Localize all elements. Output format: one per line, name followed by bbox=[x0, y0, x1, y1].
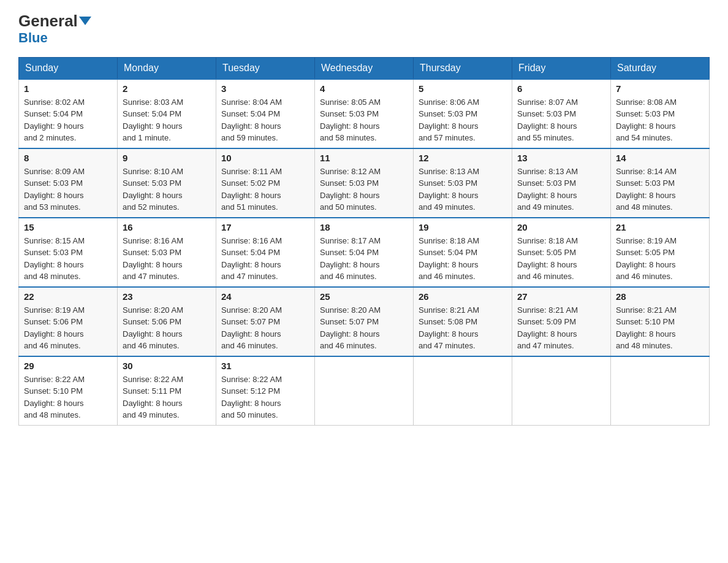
calendar-table: SundayMondayTuesdayWednesdayThursdayFrid… bbox=[18, 57, 710, 426]
day-number: 2 bbox=[123, 83, 211, 94]
day-info: Sunrise: 8:09 AMSunset: 5:03 PMDaylight:… bbox=[24, 167, 85, 212]
calendar-cell: 2 Sunrise: 8:03 AMSunset: 5:04 PMDayligh… bbox=[118, 79, 216, 148]
calendar-cell: 13 Sunrise: 8:13 AMSunset: 5:03 PMDaylig… bbox=[512, 148, 611, 218]
day-number: 3 bbox=[221, 83, 309, 94]
day-info: Sunrise: 8:20 AMSunset: 5:07 PMDaylight:… bbox=[221, 305, 282, 351]
logo-triangle-icon bbox=[79, 17, 91, 25]
calendar-cell: 20 Sunrise: 8:18 AMSunset: 5:05 PMDaylig… bbox=[512, 218, 611, 287]
day-info: Sunrise: 8:22 AMSunset: 5:11 PMDaylight:… bbox=[123, 375, 183, 420]
day-number: 24 bbox=[221, 291, 309, 302]
day-number: 15 bbox=[24, 222, 112, 232]
day-info: Sunrise: 8:13 AMSunset: 5:03 PMDaylight:… bbox=[517, 167, 578, 212]
day-number: 18 bbox=[320, 222, 408, 232]
day-number: 28 bbox=[616, 291, 704, 302]
day-number: 8 bbox=[24, 153, 112, 163]
calendar-cell: 16 Sunrise: 8:16 AMSunset: 5:03 PMDaylig… bbox=[118, 218, 216, 287]
day-info: Sunrise: 8:22 AMSunset: 5:10 PMDaylight:… bbox=[24, 375, 85, 420]
day-number: 29 bbox=[24, 361, 112, 371]
calendar-cell bbox=[611, 356, 710, 426]
calendar-cell: 29 Sunrise: 8:22 AMSunset: 5:10 PMDaylig… bbox=[19, 356, 118, 426]
day-number: 31 bbox=[221, 361, 309, 371]
day-number: 20 bbox=[517, 222, 605, 232]
day-number: 7 bbox=[616, 83, 704, 94]
day-of-week-header: Friday bbox=[512, 57, 611, 79]
calendar-cell: 12 Sunrise: 8:13 AMSunset: 5:03 PMDaylig… bbox=[414, 148, 512, 218]
calendar-week-row: 22 Sunrise: 8:19 AMSunset: 5:06 PMDaylig… bbox=[19, 287, 710, 356]
day-info: Sunrise: 8:05 AMSunset: 5:03 PMDaylight:… bbox=[320, 98, 381, 143]
calendar-cell: 1 Sunrise: 8:02 AMSunset: 5:04 PMDayligh… bbox=[19, 79, 118, 148]
day-info: Sunrise: 8:19 AMSunset: 5:05 PMDaylight:… bbox=[616, 236, 677, 282]
day-number: 19 bbox=[419, 222, 507, 232]
calendar-cell: 3 Sunrise: 8:04 AMSunset: 5:04 PMDayligh… bbox=[216, 79, 315, 148]
day-number: 23 bbox=[123, 291, 211, 302]
day-of-week-header: Saturday bbox=[611, 57, 710, 79]
day-number: 4 bbox=[320, 83, 408, 94]
day-number: 11 bbox=[320, 153, 408, 163]
day-number: 1 bbox=[24, 83, 112, 94]
day-of-week-header: Wednesday bbox=[315, 57, 414, 79]
logo-general: General bbox=[18, 12, 78, 30]
calendar-cell: 17 Sunrise: 8:16 AMSunset: 5:04 PMDaylig… bbox=[216, 218, 315, 287]
calendar-cell: 24 Sunrise: 8:20 AMSunset: 5:07 PMDaylig… bbox=[216, 287, 315, 356]
day-info: Sunrise: 8:07 AMSunset: 5:03 PMDaylight:… bbox=[517, 98, 578, 143]
day-info: Sunrise: 8:14 AMSunset: 5:03 PMDaylight:… bbox=[616, 167, 677, 212]
calendar-cell: 8 Sunrise: 8:09 AMSunset: 5:03 PMDayligh… bbox=[19, 148, 118, 218]
day-info: Sunrise: 8:11 AMSunset: 5:02 PMDaylight:… bbox=[221, 167, 282, 212]
calendar-cell: 14 Sunrise: 8:14 AMSunset: 5:03 PMDaylig… bbox=[611, 148, 710, 218]
day-number: 16 bbox=[123, 222, 211, 232]
day-number: 27 bbox=[517, 291, 605, 302]
calendar-cell bbox=[414, 356, 512, 426]
day-info: Sunrise: 8:10 AMSunset: 5:03 PMDaylight:… bbox=[123, 167, 183, 212]
day-number: 12 bbox=[419, 153, 507, 163]
day-of-week-header: Monday bbox=[118, 57, 216, 79]
page-header: General Blue bbox=[18, 12, 710, 46]
day-number: 25 bbox=[320, 291, 408, 302]
day-info: Sunrise: 8:20 AMSunset: 5:06 PMDaylight:… bbox=[123, 305, 183, 351]
calendar-cell bbox=[315, 356, 414, 426]
day-info: Sunrise: 8:12 AMSunset: 5:03 PMDaylight:… bbox=[320, 167, 381, 212]
calendar-cell: 22 Sunrise: 8:19 AMSunset: 5:06 PMDaylig… bbox=[19, 287, 118, 356]
day-number: 26 bbox=[419, 291, 507, 302]
calendar-cell: 25 Sunrise: 8:20 AMSunset: 5:07 PMDaylig… bbox=[315, 287, 414, 356]
day-info: Sunrise: 8:02 AMSunset: 5:04 PMDaylight:… bbox=[24, 98, 85, 143]
day-number: 9 bbox=[123, 153, 211, 163]
day-number: 10 bbox=[221, 153, 309, 163]
day-number: 13 bbox=[517, 153, 605, 163]
calendar-cell: 7 Sunrise: 8:08 AMSunset: 5:03 PMDayligh… bbox=[611, 79, 710, 148]
calendar-cell: 30 Sunrise: 8:22 AMSunset: 5:11 PMDaylig… bbox=[118, 356, 216, 426]
logo-blue: Blue bbox=[18, 30, 48, 45]
day-info: Sunrise: 8:17 AMSunset: 5:04 PMDaylight:… bbox=[320, 236, 381, 282]
day-info: Sunrise: 8:18 AMSunset: 5:04 PMDaylight:… bbox=[419, 236, 479, 282]
day-of-week-header: Sunday bbox=[19, 57, 118, 79]
calendar-cell: 23 Sunrise: 8:20 AMSunset: 5:06 PMDaylig… bbox=[118, 287, 216, 356]
day-info: Sunrise: 8:03 AMSunset: 5:04 PMDaylight:… bbox=[123, 98, 183, 143]
calendar-header-row: SundayMondayTuesdayWednesdayThursdayFrid… bbox=[19, 57, 710, 79]
day-info: Sunrise: 8:20 AMSunset: 5:07 PMDaylight:… bbox=[320, 305, 381, 351]
calendar-cell: 28 Sunrise: 8:21 AMSunset: 5:10 PMDaylig… bbox=[611, 287, 710, 356]
calendar-week-row: 15 Sunrise: 8:15 AMSunset: 5:03 PMDaylig… bbox=[19, 218, 710, 287]
calendar-cell: 5 Sunrise: 8:06 AMSunset: 5:03 PMDayligh… bbox=[414, 79, 512, 148]
day-number: 17 bbox=[221, 222, 309, 232]
calendar-cell: 19 Sunrise: 8:18 AMSunset: 5:04 PMDaylig… bbox=[414, 218, 512, 287]
calendar-cell: 15 Sunrise: 8:15 AMSunset: 5:03 PMDaylig… bbox=[19, 218, 118, 287]
calendar-week-row: 29 Sunrise: 8:22 AMSunset: 5:10 PMDaylig… bbox=[19, 356, 710, 426]
calendar-week-row: 1 Sunrise: 8:02 AMSunset: 5:04 PMDayligh… bbox=[19, 79, 710, 148]
day-info: Sunrise: 8:15 AMSunset: 5:03 PMDaylight:… bbox=[24, 236, 85, 282]
calendar-cell: 6 Sunrise: 8:07 AMSunset: 5:03 PMDayligh… bbox=[512, 79, 611, 148]
day-info: Sunrise: 8:21 AMSunset: 5:08 PMDaylight:… bbox=[419, 305, 479, 351]
logo: General Blue bbox=[18, 12, 91, 46]
calendar-cell bbox=[512, 356, 611, 426]
calendar-cell: 4 Sunrise: 8:05 AMSunset: 5:03 PMDayligh… bbox=[315, 79, 414, 148]
day-info: Sunrise: 8:04 AMSunset: 5:04 PMDaylight:… bbox=[221, 98, 282, 143]
day-number: 30 bbox=[123, 361, 211, 371]
day-of-week-header: Thursday bbox=[414, 57, 512, 79]
calendar-cell: 27 Sunrise: 8:21 AMSunset: 5:09 PMDaylig… bbox=[512, 287, 611, 356]
day-info: Sunrise: 8:16 AMSunset: 5:04 PMDaylight:… bbox=[221, 236, 282, 282]
calendar-cell: 11 Sunrise: 8:12 AMSunset: 5:03 PMDaylig… bbox=[315, 148, 414, 218]
calendar-week-row: 8 Sunrise: 8:09 AMSunset: 5:03 PMDayligh… bbox=[19, 148, 710, 218]
day-info: Sunrise: 8:16 AMSunset: 5:03 PMDaylight:… bbox=[123, 236, 183, 282]
calendar-cell: 21 Sunrise: 8:19 AMSunset: 5:05 PMDaylig… bbox=[611, 218, 710, 287]
day-number: 5 bbox=[419, 83, 507, 94]
day-info: Sunrise: 8:06 AMSunset: 5:03 PMDaylight:… bbox=[419, 98, 479, 143]
day-info: Sunrise: 8:21 AMSunset: 5:10 PMDaylight:… bbox=[616, 305, 677, 351]
